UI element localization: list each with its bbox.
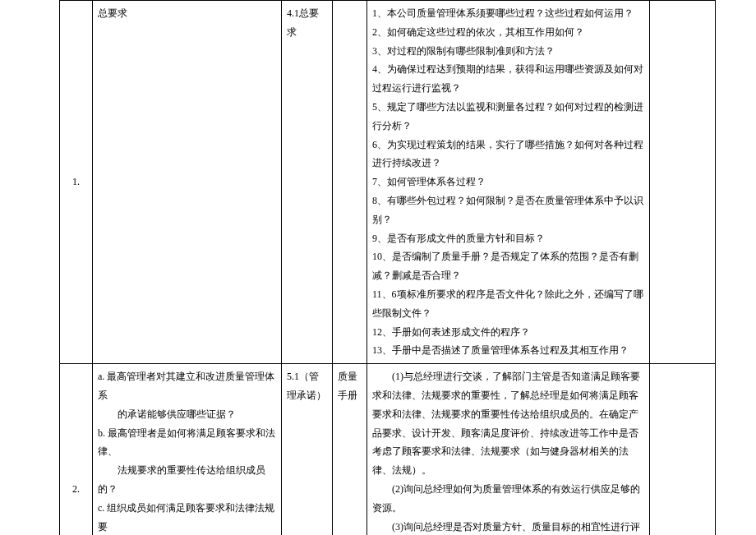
row-doc	[333, 1, 367, 364]
row-questions: (1)与总经理进行交谈，了解部门主管是否知道满足顾客要求和法律、法规要求的重要性…	[367, 364, 650, 535]
table-row: 2. a. 最高管理者对其建立和改进质量管理体系 的承诺能够供应哪些证据？ b.…	[60, 364, 716, 535]
row-topic: 总要求	[93, 1, 282, 364]
row-remark	[650, 1, 716, 364]
row-questions: 1、本公司质量管理体系须要哪些过程？这些过程如何运用？ 2、如何确定这些过程的依…	[367, 1, 650, 364]
audit-table: 1. 总要求 4.1总要求 1、本公司质量管理体系须要哪些过程？这些过程如何运用…	[59, 0, 716, 535]
row-num: 2.	[60, 364, 93, 535]
row-remark	[650, 364, 716, 535]
row-num: 1.	[60, 1, 93, 364]
row-clause: 5.1（管理承诺）	[282, 364, 333, 535]
row-topic: a. 最高管理者对其建立和改进质量管理体系 的承诺能够供应哪些证据？ b. 最高…	[93, 364, 282, 535]
table-row: 1. 总要求 4.1总要求 1、本公司质量管理体系须要哪些过程？这些过程如何运用…	[60, 1, 716, 364]
row-doc: 质量手册	[333, 364, 367, 535]
row-clause: 4.1总要求	[282, 1, 333, 364]
